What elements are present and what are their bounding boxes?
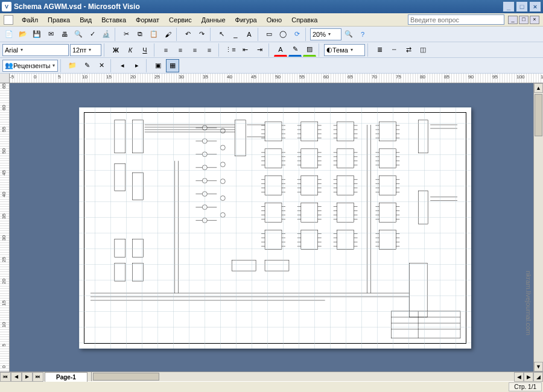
- menu-view[interactable]: Вид: [75, 15, 97, 25]
- vertical-scroll-thumb[interactable]: [535, 94, 542, 136]
- scroll-right-button[interactable]: ▶: [524, 372, 533, 382]
- menu-tools[interactable]: Сервис: [164, 15, 197, 25]
- sizegrip[interactable]: ◢: [533, 372, 543, 382]
- tab-next-button[interactable]: ▶: [22, 372, 33, 382]
- line-weight-button[interactable]: ≣: [373, 43, 386, 57]
- help-search-input[interactable]: [408, 14, 504, 25]
- help-button[interactable]: ?: [356, 28, 369, 41]
- new-comment-button[interactable]: 📁: [66, 59, 79, 72]
- menu-shape[interactable]: Фигура: [230, 15, 262, 25]
- spelling-button[interactable]: ✓: [86, 28, 99, 41]
- save-button[interactable]: 💾: [30, 28, 43, 41]
- edit-comment-button[interactable]: ✎: [80, 59, 94, 72]
- zoom-button[interactable]: 🔍: [342, 28, 355, 41]
- justify-button[interactable]: ≡: [203, 43, 216, 57]
- track-markup-button[interactable]: ▣: [151, 59, 165, 72]
- decrease-indent-button[interactable]: ⇤: [238, 43, 252, 57]
- align-center-button[interactable]: ≡: [174, 43, 187, 57]
- drawing-canvas[interactable]: nkram.livejournal.com: [10, 83, 533, 371]
- menu-edit[interactable]: Правка: [43, 15, 75, 25]
- print-preview-button[interactable]: 🔍: [72, 28, 85, 41]
- copy-button[interactable]: ⧉: [133, 28, 147, 41]
- format-painter-button[interactable]: 🖌: [161, 28, 174, 41]
- font-family-select[interactable]: Arial▾: [2, 44, 69, 56]
- research-button[interactable]: 🔬: [100, 28, 113, 41]
- undo-button[interactable]: ↶: [181, 28, 194, 41]
- scroll-down-button[interactable]: ▼: [534, 362, 543, 371]
- child-restore-button[interactable]: □: [519, 16, 529, 24]
- app-icon: V: [2, 2, 11, 11]
- svg-rect-38: [235, 120, 246, 156]
- rotate-button[interactable]: ⟳: [290, 28, 303, 41]
- fill-color-button[interactable]: ▨: [303, 43, 316, 57]
- delete-comment-button[interactable]: ✕: [95, 59, 108, 72]
- menubar: Файл Правка Вид Вставка Формат Сервис Да…: [0, 13, 543, 27]
- font-color-button[interactable]: A: [274, 43, 287, 57]
- email-button[interactable]: ✉: [44, 28, 57, 41]
- line-color-button[interactable]: ✎: [288, 43, 302, 57]
- text-tool-button[interactable]: A: [243, 28, 256, 41]
- status-page-indicator: Стр. 1/1: [509, 382, 542, 391]
- cut-button[interactable]: ✂: [119, 28, 133, 41]
- window-title: Schema AGWM.vsd - Microsoft Visio: [14, 2, 140, 11]
- scroll-up-button[interactable]: ▲: [534, 83, 543, 93]
- connector-tool-button[interactable]: ⎯: [229, 28, 242, 41]
- underline-button[interactable]: Ч: [138, 43, 151, 57]
- tab-first-button[interactable]: ⏮: [0, 372, 11, 382]
- menu-insert[interactable]: Вставка: [97, 15, 131, 25]
- menu-help[interactable]: Справка: [287, 15, 322, 25]
- svg-point-36: [220, 196, 225, 201]
- minimize-button[interactable]: _: [503, 1, 515, 12]
- paste-button[interactable]: 📋: [147, 28, 160, 41]
- schematic-diagram: [84, 113, 466, 344]
- ink-button[interactable]: ▦: [166, 59, 179, 72]
- svg-rect-174: [379, 122, 396, 141]
- child-minimize-button[interactable]: _: [508, 16, 518, 24]
- menu-format[interactable]: Формат: [131, 15, 164, 25]
- close-button[interactable]: ×: [529, 1, 541, 12]
- tab-last-button[interactable]: ⏭: [33, 372, 43, 382]
- bullets-button[interactable]: ⋮≡: [224, 43, 237, 57]
- next-comment-button[interactable]: ▸: [130, 59, 144, 72]
- reviewers-select[interactable]: 👥 Рецензенты▾: [2, 60, 58, 72]
- horizontal-scroll-thumb[interactable]: [93, 373, 159, 381]
- svg-rect-222: [232, 260, 256, 271]
- increase-indent-button[interactable]: ⇥: [253, 43, 266, 57]
- tab-prev-button[interactable]: ◀: [11, 372, 22, 382]
- italic-button[interactable]: К: [124, 43, 137, 57]
- menu-file[interactable]: Файл: [17, 15, 43, 25]
- svg-rect-2: [115, 164, 125, 191]
- svg-rect-210: [379, 230, 396, 249]
- restore-button[interactable]: □: [516, 1, 528, 12]
- ellipse-tool-button[interactable]: ◯: [276, 28, 290, 41]
- corner-rounding-button[interactable]: ◫: [416, 43, 430, 57]
- align-right-button[interactable]: ≡: [188, 43, 202, 57]
- pointer-tool-button[interactable]: ↖: [215, 28, 228, 41]
- line-pattern-button[interactable]: ┄: [387, 43, 401, 57]
- page-tab[interactable]: Page-1: [45, 372, 87, 382]
- rectangle-tool-button[interactable]: ▭: [262, 28, 276, 41]
- scroll-left-button[interactable]: ◀: [514, 372, 524, 382]
- previous-comment-button[interactable]: ◂: [116, 59, 129, 72]
- new-button[interactable]: 📄: [2, 28, 16, 41]
- drawing-page[interactable]: [79, 107, 471, 349]
- svg-point-26: [202, 205, 207, 210]
- svg-rect-120: [301, 230, 318, 249]
- svg-point-17: [202, 165, 207, 170]
- redo-button[interactable]: ↷: [195, 28, 208, 41]
- svg-rect-4: [115, 239, 125, 257]
- theme-select[interactable]: ◐ Тема▾: [324, 44, 365, 56]
- menu-data[interactable]: Данные: [197, 15, 230, 25]
- svg-rect-0: [115, 120, 125, 153]
- horizontal-scrollbar[interactable]: [91, 372, 514, 381]
- print-button[interactable]: 🖶: [58, 28, 71, 41]
- vertical-scrollbar[interactable]: ▲ ▼: [533, 83, 543, 371]
- menu-window[interactable]: Окно: [262, 15, 287, 25]
- align-left-button[interactable]: ≡: [159, 43, 173, 57]
- zoom-select[interactable]: 20%▾: [310, 28, 341, 40]
- bold-button[interactable]: Ж: [109, 43, 122, 57]
- open-button[interactable]: 📂: [16, 28, 30, 41]
- line-ends-button[interactable]: ⇄: [402, 43, 415, 57]
- font-size-select[interactable]: 12пт▾: [70, 44, 101, 56]
- child-close-button[interactable]: ×: [530, 16, 539, 24]
